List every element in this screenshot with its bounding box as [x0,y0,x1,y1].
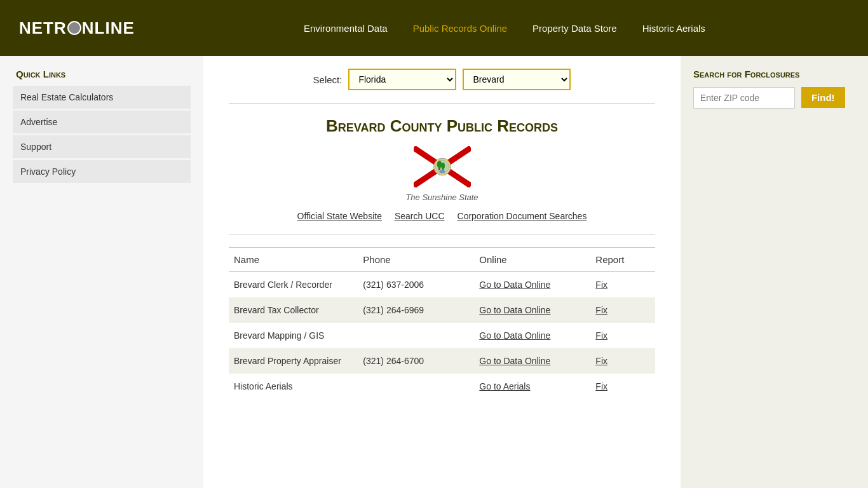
logo-area[interactable]: NETRNLINE [19,18,135,38]
cell-online: Go to Data Online [474,297,590,323]
cell-report: Fix [590,297,655,323]
sidebar-item-support[interactable]: Support [13,135,191,158]
cell-name: Brevard Property Appraiser [229,348,358,374]
cell-online: Go to Data Online [474,272,590,298]
main-nav: Environmental Data Public Records Online… [160,23,849,34]
cell-name: Brevard Mapping / GIS [229,323,358,348]
state-flag [414,146,471,187]
report-link[interactable]: Fix [595,381,607,391]
zip-input[interactable] [693,87,795,109]
selector-label: Select: [313,74,342,85]
header: NETRNLINE Environmental Data Public Reco… [0,0,868,56]
cell-name: Brevard Tax Collector [229,297,358,323]
records-table: Name Phone Online Report Brevard Clerk /… [229,247,655,399]
main-content: Select: Florida Alabama Georgia Brevard … [203,56,681,488]
report-link[interactable]: Fix [595,356,607,366]
state-motto: The Sunshine State [229,193,655,202]
col-header-report: Report [590,248,655,272]
cell-phone: (321) 264-6700 [358,348,474,374]
cell-report: Fix [590,374,655,399]
table-row: Brevard Tax Collector(321) 264-6969Go to… [229,297,655,323]
selector-row: Select: Florida Alabama Georgia Brevard … [229,69,655,90]
report-link[interactable]: Fix [595,330,607,341]
table-row: Brevard Property Appraiser(321) 264-6700… [229,348,655,374]
nav-property-data[interactable]: Property Data Store [532,23,617,34]
online-link[interactable]: Go to Data Online [479,330,550,341]
cell-phone [358,374,474,399]
logo-text: NETRNLINE [19,18,135,38]
foreclosure-search: Find! [693,87,855,109]
county-links: Official State Website Search UCC Corpor… [229,211,655,221]
online-link[interactable]: Go to Data Online [479,305,550,315]
report-link[interactable]: Fix [595,280,607,290]
table-row: Brevard Clerk / Recorder(321) 637-2006Go… [229,272,655,298]
online-link[interactable]: Go to Aerials [479,381,530,391]
cell-online: Go to Data Online [474,323,590,348]
nav-public-records[interactable]: Public Records Online [413,23,507,34]
quick-links-title: Quick Links [13,69,191,79]
sidebar-item-real-estate[interactable]: Real Estate Calculators [13,86,191,109]
col-header-online: Online [474,248,590,272]
globe-icon [67,21,81,35]
svg-point-8 [441,163,445,170]
nav-historic-aerials[interactable]: Historic Aerials [642,23,705,34]
sidebar-item-advertise[interactable]: Advertise [13,111,191,133]
cell-report: Fix [590,272,655,298]
sidebar-item-privacy[interactable]: Privacy Policy [13,160,191,183]
cell-phone: (321) 264-6969 [358,297,474,323]
right-panel: Search for Forclosures Find! [681,56,868,488]
cell-phone: (321) 637-2006 [358,272,474,298]
online-link[interactable]: Go to Data Online [479,356,550,366]
search-ucc-link[interactable]: Search UCC [395,211,445,221]
report-link[interactable]: Fix [595,305,607,315]
cell-name: Historic Aerials [229,374,358,399]
sidebar: Quick Links Real Estate Calculators Adve… [0,56,203,488]
table-row: Historic AerialsGo to AerialsFix [229,374,655,399]
state-select[interactable]: Florida Alabama Georgia [348,69,456,90]
online-link[interactable]: Go to Data Online [479,280,550,290]
cell-online: Go to Data Online [474,348,590,374]
cell-report: Fix [590,323,655,348]
county-title: Brevard County Public Records [229,116,655,136]
nav-environmental-data[interactable]: Environmental Data [304,23,388,34]
svg-point-9 [439,170,445,173]
cell-phone [358,323,474,348]
find-button[interactable]: Find! [801,87,845,108]
col-header-phone: Phone [358,248,474,272]
cell-report: Fix [590,348,655,374]
corp-docs-link[interactable]: Corporation Document Searches [458,211,587,221]
col-header-name: Name [229,248,358,272]
county-select[interactable]: Brevard Broward Miami-Dade [463,69,571,90]
foreclosure-title: Search for Forclosures [693,69,855,79]
cell-online: Go to Aerials [474,374,590,399]
svg-point-6 [437,161,442,168]
table-body: Brevard Clerk / Recorder(321) 637-2006Go… [229,272,655,400]
official-state-link[interactable]: Official State Website [297,211,382,221]
table-row: Brevard Mapping / GISGo to Data OnlineFi… [229,323,655,348]
cell-name: Brevard Clerk / Recorder [229,272,358,298]
county-header: Brevard County Public Records [229,116,655,234]
main-layout: Quick Links Real Estate Calculators Adve… [0,56,868,488]
